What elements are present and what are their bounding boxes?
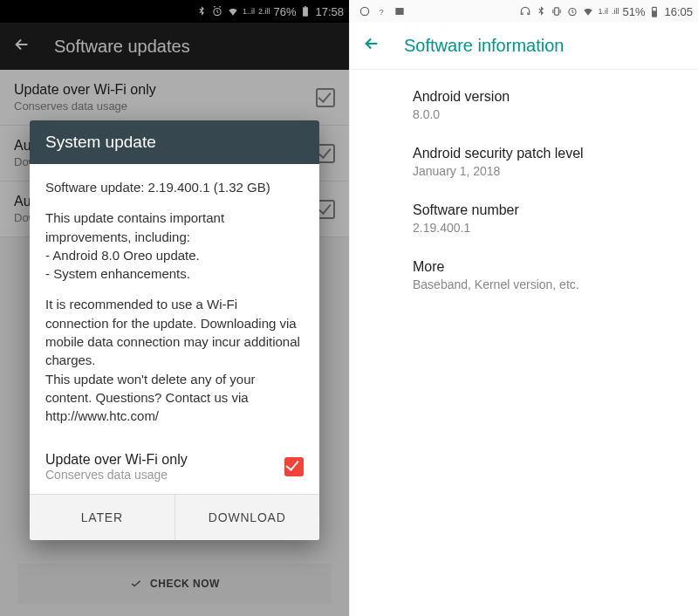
info-security-patch[interactable]: Android security patch level January 1, … [350,133,698,190]
battery-icon [648,5,660,17]
later-button[interactable]: LATER [30,495,174,540]
info-label: More [413,259,635,275]
battery-percent: 51% [622,5,645,18]
left-screen: 1..il 2.ill 76% 17:58 Software updates U… [0,0,349,616]
svg-rect-6 [555,8,559,15]
info-value: Baseband, Kernel version, etc. [413,277,635,291]
dialog-wifi-title: Update over Wi-Fi only [45,452,284,468]
info-value: 2.19.400.1 [413,221,635,235]
svg-text:?: ? [380,8,384,17]
info-software-number[interactable]: Software number 2.19.400.1 [350,190,698,247]
info-list: Android version 8.0.0 Android security p… [350,70,698,311]
download-button[interactable]: DOWNLOAD [174,495,320,540]
info-value: January 1, 2018 [413,164,635,178]
system-update-dialog: System update Software update: 2.19.400.… [30,120,319,540]
dialog-wifi-sub: Conserves data usage [45,468,284,482]
question-icon: ? [376,5,388,17]
header-right: Software information [350,23,698,70]
circle-icon [359,5,371,17]
dialog-version-line: Software update: 2.19.400.1 (1.32 GB) [45,178,304,196]
back-icon[interactable] [362,34,381,58]
signal-text: 1.il [598,7,608,16]
status-bar-right: ? 1.il .ill 51% 16:05 [350,0,698,23]
page-title: Software information [404,36,564,56]
info-label: Software number [413,202,635,218]
svg-rect-5 [395,8,403,15]
dialog-title: System update [30,120,319,164]
info-more[interactable]: More Baseband, Kernel version, etc. [350,247,698,304]
signal-text2: .ill [612,7,619,16]
info-label: Android version [413,89,635,105]
svg-point-3 [360,7,368,15]
alarm-icon [566,5,578,17]
info-android-version[interactable]: Android version 8.0.0 [350,77,698,133]
image-icon [393,5,406,17]
dialog-wifi-row[interactable]: Update over Wi-Fi only Conserves data us… [30,443,319,494]
info-label: Android security patch level [413,146,635,161]
checkbox-checked-icon[interactable] [284,457,304,476]
dialog-body: Software update: 2.19.400.1 (1.32 GB) Th… [30,164,319,443]
clock-text: 16:05 [664,5,693,18]
headphones-icon [519,5,531,17]
info-value: 8.0.0 [413,107,635,121]
dialog-recommendation: It is recommended to use a Wi-Fi connect… [45,295,304,425]
dialog-buttons: LATER DOWNLOAD [30,494,319,540]
vibrate-icon [551,5,563,17]
right-screen: ? 1.il .ill 51% 16:05 Software informati… [349,0,698,616]
dialog-improvements: This update contains important improveme… [45,209,304,283]
bluetooth-icon [535,5,547,17]
svg-rect-9 [653,11,657,17]
wifi-icon [582,5,594,17]
